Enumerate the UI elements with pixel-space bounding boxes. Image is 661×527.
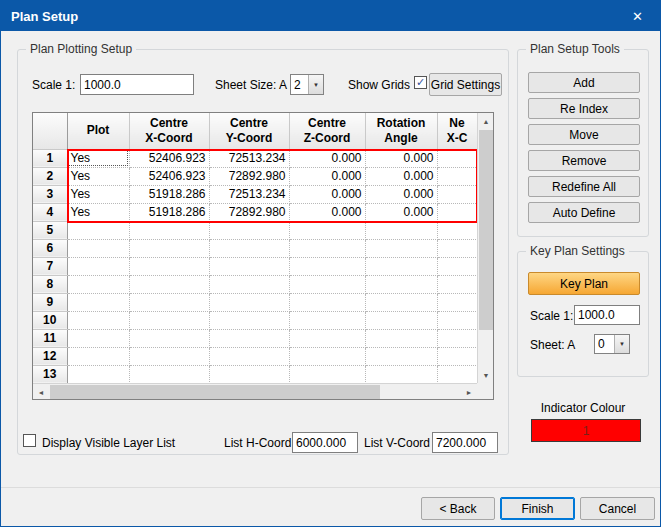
grid-cell[interactable]: [437, 221, 477, 239]
grid-cell[interactable]: [437, 311, 477, 329]
column-header[interactable]: CentreY-Coord: [209, 113, 289, 149]
grid-cell[interactable]: [289, 293, 365, 311]
grid-cell[interactable]: 0.000: [365, 167, 437, 185]
tool-button-remove[interactable]: Remove: [528, 150, 640, 171]
grid-cell[interactable]: [289, 347, 365, 365]
grid-cell[interactable]: [437, 365, 477, 383]
vertical-scrollbar[interactable]: ▲ ▼: [477, 113, 493, 383]
indicator-colour-swatch[interactable]: 1: [531, 419, 641, 442]
back-button[interactable]: < Back: [421, 497, 495, 520]
column-header[interactable]: CentreZ-Coord: [289, 113, 365, 149]
horizontal-scrollbar[interactable]: ◄ ►: [33, 383, 477, 399]
grid-cell[interactable]: [289, 257, 365, 275]
column-header[interactable]: NeX-C: [437, 113, 477, 149]
list-v-coord-input[interactable]: [432, 432, 498, 453]
grid-cell[interactable]: Yes: [67, 149, 129, 167]
grid-cell[interactable]: [67, 365, 129, 383]
grid-cell[interactable]: [209, 365, 289, 383]
grid-cell[interactable]: [365, 293, 437, 311]
grid-cell[interactable]: [289, 239, 365, 257]
grid-cell[interactable]: [289, 329, 365, 347]
grid-cell[interactable]: [129, 239, 209, 257]
tool-button-redefine-all[interactable]: Redefine All: [528, 176, 640, 197]
grid-cell[interactable]: [129, 293, 209, 311]
row-header[interactable]: 4: [33, 203, 67, 221]
grid-cell[interactable]: Yes: [67, 185, 129, 203]
vertical-scrollbar-thumb[interactable]: [479, 130, 493, 330]
grid-cell[interactable]: [209, 293, 289, 311]
grid-cell[interactable]: 72892.980: [209, 167, 289, 185]
chevron-down-icon[interactable]: ▼: [614, 335, 629, 353]
grid-cell[interactable]: [129, 275, 209, 293]
title-bar[interactable]: Plan Setup: [1, 1, 660, 31]
horizontal-scrollbar-thumb[interactable]: [50, 385, 380, 399]
tool-button-auto-define[interactable]: Auto Define: [528, 202, 640, 223]
grid-cell[interactable]: [289, 221, 365, 239]
grid-cell[interactable]: Yes: [67, 203, 129, 221]
grid-cell[interactable]: [437, 257, 477, 275]
scroll-left-icon[interactable]: ◄: [33, 384, 49, 400]
grid-cell[interactable]: [365, 329, 437, 347]
grid-cell[interactable]: Yes: [67, 167, 129, 185]
row-header[interactable]: 2: [33, 167, 67, 185]
grid-cell[interactable]: [129, 257, 209, 275]
grid-cell[interactable]: [209, 311, 289, 329]
grid-cell[interactable]: [67, 257, 129, 275]
row-header[interactable]: 7: [33, 257, 67, 275]
grid-cell[interactable]: [129, 221, 209, 239]
row-header[interactable]: 1: [33, 149, 67, 167]
chevron-down-icon[interactable]: ▼: [308, 75, 323, 94]
grid-cell[interactable]: [365, 365, 437, 383]
scroll-right-icon[interactable]: ►: [461, 384, 477, 400]
finish-button[interactable]: Finish: [500, 497, 575, 520]
grid-cell[interactable]: [437, 239, 477, 257]
show-grids-checkbox[interactable]: ✓: [414, 76, 427, 89]
cancel-button[interactable]: Cancel: [580, 497, 655, 520]
grid-cell[interactable]: 0.000: [289, 185, 365, 203]
grid-cell[interactable]: [67, 329, 129, 347]
grid-cell[interactable]: 52406.923: [129, 167, 209, 185]
row-header[interactable]: 3: [33, 185, 67, 203]
grid-cell[interactable]: 0.000: [365, 149, 437, 167]
column-header[interactable]: Plot: [67, 113, 129, 149]
column-header[interactable]: CentreX-Coord: [129, 113, 209, 149]
row-header[interactable]: 13: [33, 365, 67, 383]
scroll-down-icon[interactable]: ▼: [478, 367, 494, 383]
grid-cell[interactable]: 72513.234: [209, 185, 289, 203]
row-header[interactable]: 8: [33, 275, 67, 293]
grid-cell[interactable]: 0.000: [365, 185, 437, 203]
row-header[interactable]: 10: [33, 311, 67, 329]
grid-cell[interactable]: 51918.286: [129, 203, 209, 221]
row-header[interactable]: 9: [33, 293, 67, 311]
grid-cell[interactable]: 0.000: [289, 203, 365, 221]
row-header[interactable]: 12: [33, 347, 67, 365]
grid-cell[interactable]: [209, 257, 289, 275]
grid-cell[interactable]: [365, 221, 437, 239]
grid-cell[interactable]: [67, 311, 129, 329]
close-icon[interactable]: ✕: [615, 1, 660, 31]
grid-cell[interactable]: [437, 329, 477, 347]
grid-cell[interactable]: 52406.923: [129, 149, 209, 167]
grid-cell[interactable]: [67, 293, 129, 311]
grid-cell[interactable]: [67, 239, 129, 257]
grid-cell[interactable]: [437, 275, 477, 293]
grid-cell[interactable]: [437, 293, 477, 311]
key-plan-sheet-select[interactable]: 0 ▼: [594, 334, 630, 354]
grid-cell[interactable]: [209, 329, 289, 347]
tool-button-add[interactable]: Add: [528, 72, 640, 93]
sheet-size-select[interactable]: 2 ▼: [290, 74, 324, 95]
grid-cell[interactable]: 0.000: [289, 149, 365, 167]
grid-cell[interactable]: [209, 347, 289, 365]
column-header[interactable]: RotationAngle: [365, 113, 437, 149]
scroll-up-icon[interactable]: ▲: [478, 113, 494, 129]
grid-cell[interactable]: [129, 347, 209, 365]
grid-cell[interactable]: [437, 203, 477, 221]
grid-cell[interactable]: [365, 257, 437, 275]
grid-cell[interactable]: [289, 311, 365, 329]
grid-cell[interactable]: [129, 311, 209, 329]
row-header[interactable]: 6: [33, 239, 67, 257]
grid-cell[interactable]: [67, 221, 129, 239]
row-header[interactable]: 5: [33, 221, 67, 239]
scale-input[interactable]: [80, 74, 194, 95]
grid-cell[interactable]: 0.000: [289, 167, 365, 185]
